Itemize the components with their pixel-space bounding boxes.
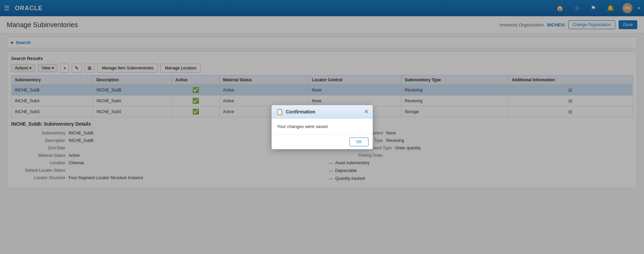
modal-close-button[interactable]: ✕	[364, 108, 368, 115]
confirmation-modal: 📋 Confirmation ✕ Your changes were saved…	[271, 105, 373, 149]
modal-body: Your changes were saved.	[272, 119, 373, 134]
modal-info-icon: 📋	[276, 108, 283, 115]
modal-title: Confirmation	[286, 109, 315, 114]
modal-footer: OK	[272, 134, 373, 149]
modal-message: Your changes were saved.	[277, 124, 329, 129]
modal-ok-button[interactable]: OK	[350, 137, 368, 146]
modal-header: 📋 Confirmation ✕	[272, 105, 373, 119]
modal-overlay: 📋 Confirmation ✕ Your changes were saved…	[0, 0, 644, 192]
